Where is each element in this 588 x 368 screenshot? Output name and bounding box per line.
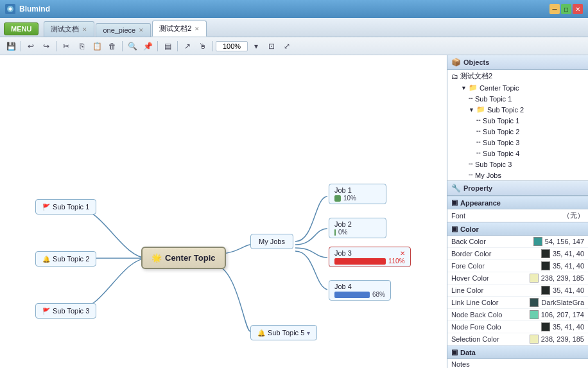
menu-button[interactable]: MENU: [4, 22, 39, 35]
tab-3-close[interactable]: ✕: [195, 26, 200, 32]
job-1-pct: 10%: [343, 195, 356, 202]
props-panel: ▣ Appearance Font （无） ▣ Color Back Color…: [447, 196, 588, 368]
border-color-text: 35, 41, 40: [553, 250, 584, 258]
myjobs-label: My Jobs: [259, 238, 285, 245]
delete-button[interactable]: 🗑: [105, 40, 119, 53]
objects-title: Objects: [463, 58, 489, 66]
canvas-area[interactable]: 🌟 Center Topic 🚩 Sub Topic 1 🔔 Sub Topic…: [0, 55, 447, 368]
cut-button[interactable]: ✂: [59, 40, 73, 53]
border-color-value: 35, 41, 40: [541, 249, 584, 258]
tree-st3-label: Sub Topic 3: [475, 161, 512, 168]
line-color-text: 35, 41, 40: [553, 286, 584, 294]
subtopic-3-node[interactable]: 🚩 Sub Topic 3: [35, 303, 96, 319]
subtopic-5-node[interactable]: 🔔 Sub Topic 5 ▾: [250, 325, 317, 340]
color-label: Color: [460, 225, 479, 233]
color-group-header[interactable]: ▣ Color: [447, 222, 588, 236]
hover-color-text: 238, 239, 185: [541, 274, 584, 282]
tab-1[interactable]: 测试文档 ✕: [44, 21, 94, 37]
hover-color-row: Hover Color 238, 239, 185: [447, 272, 588, 285]
close-button[interactable]: ✕: [573, 4, 583, 14]
link-line-label: Link Line Color: [451, 299, 530, 306]
back-color-text: 54, 156, 147: [545, 238, 584, 245]
job-3-pct: 110%: [388, 258, 405, 265]
find-button[interactable]: 🔍: [125, 40, 139, 53]
node-back-text: 106, 207, 174: [541, 311, 584, 319]
appearance-group-header[interactable]: ▣ Appearance: [447, 196, 588, 209]
save-button[interactable]: 💾: [4, 40, 18, 53]
format-button[interactable]: ▤: [160, 40, 175, 53]
copy-button[interactable]: ⎘: [74, 40, 89, 53]
tree-item-st2[interactable]: ▼ 📁 Sub Topic 2: [447, 104, 588, 115]
tree-st2-1-label: Sub Topic 1: [483, 117, 519, 125]
arrow-button[interactable]: ↗: [180, 40, 195, 53]
fore-color-text: 35, 41, 40: [553, 262, 584, 270]
subtopic-1-node[interactable]: 🚩 Sub Topic 1: [35, 199, 96, 215]
tab-3[interactable]: 测试文档2 ✕: [152, 21, 207, 37]
tab-2-close[interactable]: ✕: [139, 27, 144, 33]
border-color-label: Border Color: [451, 250, 541, 258]
job-3-bar: [334, 258, 386, 265]
tree-st2-3-icon: ╌: [476, 138, 481, 146]
tree-st2-4-icon: ╌: [476, 149, 481, 157]
tree-st2-2-icon: ╌: [476, 127, 481, 136]
job-3-node[interactable]: Job 3 ✕ 110%: [329, 247, 411, 267]
undo-button[interactable]: ↩: [24, 40, 38, 53]
maximize-button[interactable]: □: [561, 4, 571, 14]
job-4-label: Job 4: [334, 283, 385, 290]
line-color-value: 35, 41, 40: [541, 286, 584, 295]
tree-ct-icon: 📁: [469, 83, 478, 92]
job-1-node[interactable]: Job 1 10%: [329, 184, 386, 204]
center-topic-node[interactable]: 🌟 Center Topic: [141, 247, 226, 269]
tree-item-ct[interactable]: ▼ 📁 Center Topic: [447, 82, 588, 93]
select-button[interactable]: 🖱: [196, 40, 210, 53]
job-2-node[interactable]: Job 2 0%: [329, 218, 386, 238]
subtopic-5-expand[interactable]: ▾: [307, 329, 310, 337]
subtopic-1-flag: 🚩: [42, 204, 50, 211]
insert-button[interactable]: 📌: [141, 40, 155, 53]
tree-root[interactable]: 🗂 测试文档2: [447, 70, 588, 82]
fore-color-row: Fore Color 35, 41, 40: [447, 260, 588, 272]
tree-st3-icon: ╌: [469, 160, 473, 168]
node-back-swatch: [530, 310, 539, 319]
zoom-dropdown[interactable]: ▾: [249, 40, 263, 53]
myjobs-node[interactable]: My Jobs: [250, 234, 293, 249]
center-topic-label: Center Topic: [165, 253, 216, 263]
fore-color-value: 35, 41, 40: [541, 261, 584, 270]
selection-color-row: Selection Color 238, 239, 185: [447, 333, 588, 346]
tree-st1-label: Sub Topic 1: [475, 95, 512, 103]
tree-item-st2-3[interactable]: ╌ Sub Topic 3: [447, 137, 588, 148]
fullscreen-button[interactable]: ⤢: [280, 40, 294, 53]
tree-st2-4-label: Sub Topic 4: [483, 150, 519, 157]
subtopic-3-label: Sub Topic 3: [53, 307, 89, 315]
minimize-button[interactable]: ─: [549, 4, 560, 14]
tab-2[interactable]: one_piece ✕: [96, 23, 151, 37]
data-group-header[interactable]: ▣ Data: [447, 346, 588, 359]
tree-item-st2-4[interactable]: ╌ Sub Topic 4: [447, 148, 588, 159]
tree-item-st3[interactable]: ╌ Sub Topic 3: [447, 159, 588, 170]
subtopic-2-label: Sub Topic 2: [53, 255, 89, 263]
app-icon: [5, 4, 15, 14]
job-4-node[interactable]: Job 4 68%: [329, 280, 391, 301]
tree-item-mj[interactable]: ╌ My Jobs: [447, 170, 588, 180]
right-panel: 📦 Objects 🗂 测试文档2 ▼ 📁 Center Topic ╌ Sub…: [447, 55, 588, 368]
appearance-label: Appearance: [460, 199, 501, 207]
tree-item-st2-2[interactable]: ╌ Sub Topic 2: [447, 126, 588, 137]
job-3-close[interactable]: ✕: [400, 250, 405, 257]
subtopic-2-flag: 🔔: [42, 256, 50, 263]
border-color-swatch: [541, 249, 550, 258]
tab-1-close[interactable]: ✕: [82, 26, 87, 33]
link-line-text: DarkSlateGra: [541, 299, 584, 306]
redo-button[interactable]: ↪: [39, 40, 53, 53]
tree-item-st2-1[interactable]: ╌ Sub Topic 1: [447, 115, 588, 126]
app-title: Blumind: [19, 4, 50, 13]
subtopic-2-node[interactable]: 🔔 Sub Topic 2: [35, 251, 96, 267]
main-layout: 🌟 Center Topic 🚩 Sub Topic 1 🔔 Sub Topic…: [0, 55, 588, 368]
job-2-bar: [334, 229, 336, 236]
selection-color-text: 238, 239, 185: [541, 335, 584, 343]
paste-button[interactable]: 📋: [90, 40, 104, 53]
zoom-fit[interactable]: ⊡: [264, 40, 279, 53]
tab-1-label: 测试文档: [51, 24, 79, 34]
tree-item-st1[interactable]: ╌ Sub Topic 1: [447, 93, 588, 104]
property-title: Property: [463, 184, 492, 192]
subtopic-5-flag: 🔔: [257, 329, 265, 337]
